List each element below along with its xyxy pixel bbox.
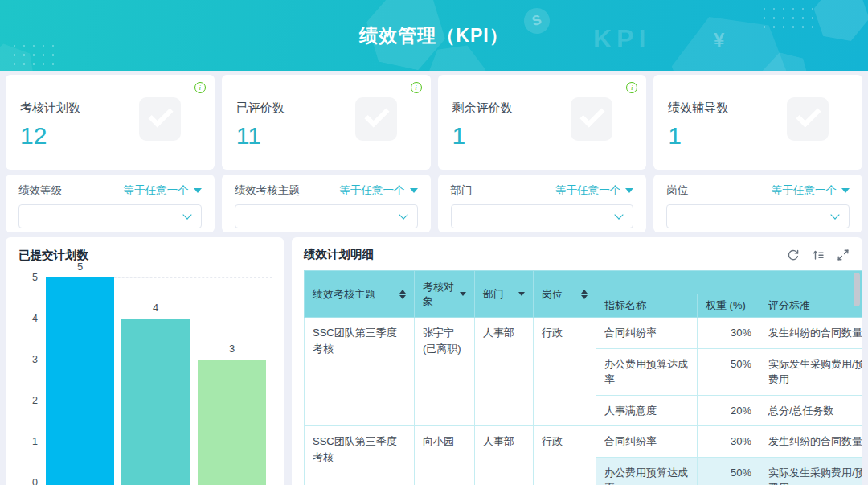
table-wrap: 绩效考核主题考核对象部门岗位考核指标名称权重 (%)评分标准SSC团队第三季度考…	[304, 270, 862, 485]
y-axis-tick-label: 3	[14, 354, 38, 365]
stat-card-1: i已评价数11	[222, 75, 431, 170]
sort-icon[interactable]	[581, 290, 588, 299]
dots-pattern	[760, 5, 814, 31]
cell-weight: 20%	[698, 395, 760, 426]
column-header-label: 岗位	[542, 287, 563, 302]
filter-label: 绩效考核主题	[235, 183, 300, 198]
table-toolbar	[787, 249, 850, 261]
header-banner: S KPI ¥ 绩效管理（KPI）	[0, 0, 868, 71]
info-icon[interactable]: i	[411, 82, 422, 93]
column-header-2[interactable]: 部门	[475, 271, 534, 318]
cell-target: 张宇宁(已离职)	[415, 318, 475, 426]
y-axis-tick-label: 0	[14, 477, 38, 485]
group-header: 考核	[596, 271, 863, 294]
y-axis-tick-label: 1	[14, 436, 38, 447]
bottom-row: 已提交计划数 543210543 绩效计划明细 绩效考核主题考核对象部门岗位考	[6, 237, 862, 485]
yen-watermark: ¥	[714, 29, 724, 51]
column-header-0[interactable]: 绩效考核主题	[305, 271, 415, 318]
dots-pattern	[10, 42, 59, 68]
refresh-icon[interactable]	[787, 249, 800, 261]
filter-card-0: 绩效等级等于任意一个	[6, 175, 215, 232]
filter-label: 岗位	[666, 183, 688, 198]
stat-card-3: 绩效辅导数1	[653, 75, 862, 170]
cell-standard: 实际发生采购费用/预计发生采购费用	[760, 457, 863, 485]
submitted-plans-chart-panel: 已提交计划数 543210543	[6, 237, 284, 485]
filter-label: 部门	[451, 183, 473, 198]
hexagon-decoration	[809, 0, 868, 47]
cell-weight: 30%	[698, 318, 760, 349]
stat-card-2: i剩余评价数1	[438, 75, 647, 170]
cell-indicator-name: 办公费用预算达成率	[596, 457, 698, 485]
filter-operator-link[interactable]: 等于任意一个	[340, 183, 418, 198]
sub-column-header-0[interactable]: 指标名称	[596, 294, 698, 318]
filter-select-input[interactable]	[666, 204, 850, 228]
info-icon[interactable]: i	[626, 82, 637, 93]
filter-select-input[interactable]	[235, 204, 418, 228]
scrollbar-thumb[interactable]	[854, 273, 860, 306]
y-axis-tick-label: 5	[14, 272, 38, 283]
filter-card-2: 部门等于任意一个	[438, 175, 647, 232]
cell-indicator-name: 办公费用预算达成率	[596, 348, 698, 395]
column-header-1[interactable]: 考核对象	[415, 271, 475, 318]
sub-column-header-2[interactable]: 评分标准	[760, 294, 863, 318]
filter-select-input[interactable]	[451, 204, 634, 228]
cell-standard: 发生纠纷的合同数量/合同总数量	[760, 426, 863, 458]
filters-row: 绩效等级等于任意一个绩效考核主题等于任意一个部门等于任意一个岗位等于任意一个	[6, 175, 862, 232]
cell-weight: 30%	[698, 426, 760, 458]
cell-weight: 50%	[698, 348, 760, 395]
caret-down-icon	[194, 188, 202, 193]
stat-label: 剩余评价数	[452, 101, 633, 116]
chevron-down-icon	[182, 210, 191, 219]
cell-post: 行政	[534, 426, 596, 485]
filter-card-3: 岗位等于任意一个	[653, 175, 862, 232]
column-header-3[interactable]: 岗位	[534, 271, 596, 318]
cell-indicator-name: 人事满意度	[596, 395, 698, 426]
fullscreen-icon[interactable]	[837, 249, 850, 261]
column-header-label: 绩效考核主题	[313, 287, 375, 302]
chart-bar	[198, 360, 266, 485]
bar-value-label: 4	[121, 302, 190, 314]
table-scrollbar[interactable]	[854, 273, 860, 485]
stats-row: i考核计划数12i已评价数11i剩余评价数1绩效辅导数1	[6, 75, 862, 170]
cell-post: 行政	[534, 318, 596, 426]
filter-operator-link[interactable]: 等于任意一个	[555, 183, 633, 198]
filter-operator-text: 等于任意一个	[124, 183, 189, 198]
bar-value-label: 3	[198, 343, 266, 355]
bar-chart: 543210543	[14, 266, 276, 485]
filter-card-1: 绩效考核主题等于任意一个	[222, 175, 431, 232]
cell-indicator-name: 合同纠纷率	[596, 426, 698, 458]
y-axis-tick-label: 4	[14, 313, 38, 324]
sub-column-header-1[interactable]: 权重 (%)	[698, 294, 760, 318]
chevron-down-icon	[615, 210, 624, 219]
cell-theme: SSC团队第三季度考核	[305, 426, 415, 485]
table-title: 绩效计划明细	[304, 247, 374, 262]
stat-value: 1	[452, 122, 633, 150]
filter-label: 绩效等级	[18, 183, 62, 198]
filter-operator-text: 等于任意一个	[555, 183, 620, 198]
filter-operator-link[interactable]: 等于任意一个	[124, 183, 202, 198]
filter-operator-link[interactable]: 等于任意一个	[772, 183, 850, 198]
cell-standard: 实际发生采购费用/预计发生采购费用	[760, 348, 863, 395]
cell-standard: 总分/总任务数	[760, 395, 863, 426]
stat-label: 绩效辅导数	[668, 101, 848, 116]
bar-value-label: 5	[46, 261, 114, 273]
cell-standard: 发生纠纷的合同数量/合同总数量	[760, 318, 863, 349]
y-axis-tick-label: 2	[14, 395, 38, 406]
caret-down-icon	[841, 188, 850, 193]
stat-value: 11	[236, 122, 416, 150]
sort-list-icon[interactable]	[812, 249, 825, 261]
table-row: SSC团队第三季度考核向小园人事部行政合同纠纷率30%发生纠纷的合同数量/合同总…	[305, 426, 863, 458]
sort-icon[interactable]	[399, 290, 406, 299]
info-icon[interactable]: i	[194, 82, 206, 93]
filter-caret-icon[interactable]	[460, 292, 466, 296]
stat-label: 已评价数	[236, 101, 416, 116]
column-header-label: 部门	[483, 287, 504, 302]
chevron-down-icon	[830, 210, 839, 219]
filter-caret-icon[interactable]	[518, 292, 525, 296]
cell-target: 向小园	[415, 426, 475, 485]
caret-down-icon	[625, 188, 633, 193]
table-row: SSC团队第三季度考核张宇宁(已离职)人事部行政合同纠纷率30%发生纠纷的合同数…	[305, 318, 863, 349]
chart-bar	[121, 319, 190, 485]
cell-indicator-name: 合同纠纷率	[596, 318, 698, 349]
filter-select-input[interactable]	[18, 204, 202, 228]
